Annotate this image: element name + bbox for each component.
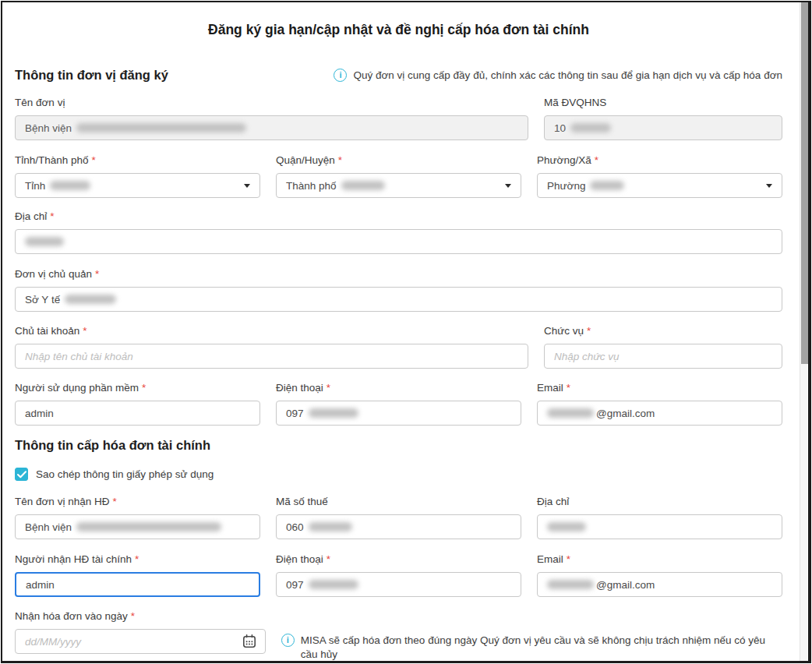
phone-input[interactable]: 097 [276,401,521,426]
redacted-text [547,522,586,532]
province-value: Tỉnh [25,180,45,192]
redacted-text [50,181,90,190]
ward-label: Phường/Xã [537,154,591,166]
required-asterisk: * [595,154,598,166]
district-value: Thành phố [286,180,337,192]
info-icon: i [281,634,295,647]
governing-body-value: Sở Y tế [25,294,60,306]
district-select[interactable]: Thành phố [276,173,521,198]
required-asterisk: * [338,154,342,166]
redacted-text [341,181,385,190]
address-input[interactable] [15,229,782,254]
software-user-label: Người sử dụng phần mềm [15,382,139,394]
calendar-icon[interactable] [242,634,257,649]
dropdown-caret-icon [505,184,511,188]
register-info-note: i Quý đơn vị cung cấp đầy đủ, chính xác … [334,69,782,82]
required-asterisk: * [587,325,591,337]
position-label: Chức vụ [544,325,584,337]
register-info-note-text: Quý đơn vị cung cấp đầy đủ, chính xác cá… [353,69,782,81]
dvqhns-code-input: 10 [544,115,782,140]
software-user-input[interactable] [15,401,260,426]
scrollbar-thumb[interactable] [801,2,808,364]
email-label: Email [537,382,563,394]
unit-name-input: Bệnh viện [15,115,528,140]
required-asterisk: * [112,496,116,507]
redacted-text [76,123,246,132]
email-input[interactable]: @gmail.com [537,401,782,426]
redacted-text [309,408,358,418]
redacted-text [25,237,64,246]
invoice-recipient-label: Người nhận HĐ tài chính [15,553,132,565]
unit-name-value: Bệnh viện [25,122,72,134]
invoice-address-input[interactable] [537,514,782,539]
province-select[interactable]: Tỉnh [15,173,260,198]
ward-value: Phường [547,180,585,192]
info-icon: i [334,69,347,82]
position-input[interactable] [544,344,782,369]
tax-code-input[interactable]: 060 [276,514,521,539]
redacted-text [76,522,221,532]
tax-code-label: Mã số thuế [276,496,328,507]
registration-form-window: Đăng ký gia hạn/cập nhật và đề nghị cấp … [1,1,811,663]
invoice-recipient-input[interactable] [15,572,260,597]
district-label: Quận/Huyện [276,154,335,166]
phone-label: Điện thoại [276,382,323,394]
invoice-address-label: Địa chỉ [537,496,569,507]
invoice-phone-label: Điện thoại [276,553,323,565]
invoice-email-value: @gmail.com [596,579,655,591]
redacted-text [309,580,358,589]
dvqhns-code-label: Mã ĐVQHNS [544,97,606,108]
invoice-date-label: Nhận hóa đơn vào ngày [15,610,128,622]
governing-body-input[interactable]: Sở Y tế [15,287,782,312]
province-label: Tỉnh/Thành phố [15,154,89,166]
required-asterisk: * [327,382,330,394]
redacted-text [547,408,594,418]
account-holder-label: Chủ tài khoản [15,325,79,337]
copy-license-label[interactable]: Sao chép thông tin giấy phép sử dụng [36,468,214,480]
invoice-unit-name-label: Tên đơn vị nhận HĐ [15,496,109,507]
invoice-date-note-text: MISA sẽ cấp hóa đơn theo đúng ngày Quý đ… [301,634,782,662]
phone-value: 097 [286,408,304,419]
redacted-text [309,522,352,532]
redacted-text [570,123,611,132]
invoice-date-input[interactable] [25,636,242,648]
invoice-unit-name-value: Bệnh viện [25,521,72,533]
required-asterisk: * [95,268,99,280]
ward-select[interactable]: Phường [537,173,782,198]
address-label: Địa chỉ [15,210,47,222]
section-register-heading: Thông tin đơn vị đăng ký [15,68,168,83]
required-asterisk: * [327,553,330,565]
tax-code-value: 060 [286,521,304,533]
email-value: @gmail.com [596,408,655,419]
invoice-date-field[interactable] [15,629,266,654]
required-asterisk: * [131,610,135,622]
unit-name-label: Tên đơn vị [15,97,65,108]
invoice-unit-name-input[interactable]: Bệnh viện [15,514,260,539]
required-asterisk: * [567,382,570,394]
copy-license-checkbox[interactable] [15,468,28,481]
required-asterisk: * [567,553,570,565]
form-content: Đăng ký gia hạn/cập nhật và đề nghị cấp … [2,2,802,662]
required-asterisk: * [135,553,139,565]
invoice-email-input[interactable]: @gmail.com [537,572,782,597]
required-asterisk: * [92,154,96,166]
invoice-phone-value: 097 [286,579,304,591]
dropdown-caret-icon [766,184,772,188]
invoice-email-label: Email [537,553,563,565]
vertical-scrollbar[interactable] [800,2,807,661]
account-holder-input[interactable] [15,344,528,369]
copy-license-row: Sao chép thông tin giấy phép sử dụng [15,468,782,481]
checkmark-icon [17,471,26,479]
dvqhns-code-value: 10 [554,122,566,134]
redacted-text [547,580,594,589]
required-asterisk: * [142,382,146,394]
redacted-text [65,295,116,304]
required-asterisk: * [83,325,86,337]
section-invoice-heading: Thông tin cấp hóa đơn tài chính [15,438,210,453]
page-title: Đăng ký gia hạn/cập nhật và đề nghị cấp … [15,2,782,38]
governing-body-label: Đơn vị chủ quản [15,268,92,280]
redacted-text [590,181,624,190]
invoice-phone-input[interactable]: 097 [276,572,521,597]
dropdown-caret-icon [244,184,250,188]
required-asterisk: * [50,210,54,222]
